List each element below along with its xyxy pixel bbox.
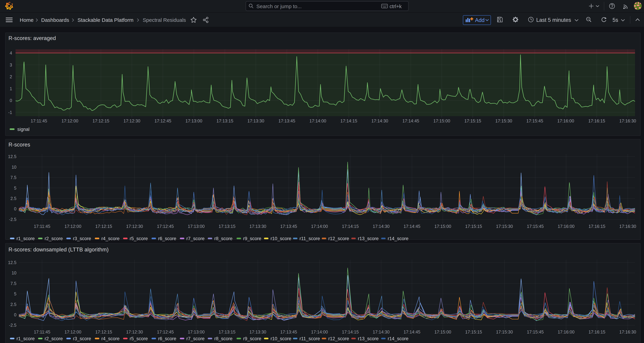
svg-text:r4_score: r4_score	[101, 236, 120, 241]
svg-text:17:13:00: 17:13:00	[188, 224, 205, 229]
svg-text:r8_score: r8_score	[214, 336, 232, 341]
svg-text:17:15:00: 17:15:00	[433, 118, 450, 123]
svg-text:r14_score: r14_score	[388, 336, 408, 341]
svg-text:10: 10	[12, 165, 16, 170]
svg-text:17:15:15: 17:15:15	[465, 224, 482, 229]
svg-text:17:15:15: 17:15:15	[465, 329, 482, 334]
svg-text:17:14:30: 17:14:30	[372, 118, 388, 123]
svg-text:r9_score: r9_score	[243, 236, 261, 241]
svg-text:r12_score: r12_score	[328, 236, 349, 241]
svg-text:5: 5	[14, 291, 16, 296]
svg-text:17:13:45: 17:13:45	[280, 329, 297, 334]
svg-text:17:16:30: 17:16:30	[619, 329, 636, 334]
svg-text:r5_score: r5_score	[130, 236, 148, 241]
svg-text:-1: -1	[8, 110, 12, 115]
svg-text:r3_score: r3_score	[73, 336, 91, 341]
svg-text:17:15:00: 17:15:00	[434, 224, 451, 229]
svg-text:17:12:00: 17:12:00	[62, 118, 78, 123]
svg-text:17:13:30: 17:13:30	[250, 224, 266, 229]
svg-text:17:12:15: 17:12:15	[95, 329, 112, 334]
svg-text:17:11:45: 17:11:45	[30, 118, 47, 123]
svg-text:17:12:00: 17:12:00	[64, 224, 81, 229]
svg-text:17:15:30: 17:15:30	[496, 224, 513, 229]
svg-text:17:14:00: 17:14:00	[311, 224, 328, 229]
svg-text:r2_score: r2_score	[45, 336, 63, 341]
svg-text:17:13:15: 17:13:15	[219, 329, 236, 334]
svg-text:r13_score: r13_score	[358, 336, 379, 341]
svg-text:r6_score: r6_score	[158, 236, 176, 241]
svg-text:17:13:15: 17:13:15	[219, 224, 236, 229]
svg-text:17:13:45: 17:13:45	[278, 118, 295, 123]
svg-text:signal: signal	[17, 127, 30, 132]
svg-text:17:15:00: 17:15:00	[434, 329, 451, 334]
svg-text:2.5: 2.5	[10, 196, 16, 201]
svg-text:10: 10	[12, 270, 16, 275]
svg-text:12.5: 12.5	[8, 154, 16, 159]
svg-text:17:14:30: 17:14:30	[373, 224, 390, 229]
svg-text:17:14:30: 17:14:30	[373, 329, 390, 334]
svg-text:17:16:00: 17:16:00	[558, 224, 574, 229]
svg-text:r7_score: r7_score	[186, 236, 205, 241]
svg-text:r4_score: r4_score	[101, 336, 120, 341]
svg-text:r10_score: r10_score	[270, 336, 291, 341]
svg-text:17:16:30: 17:16:30	[619, 118, 636, 123]
svg-text:7.5: 7.5	[10, 175, 16, 180]
svg-text:4: 4	[10, 51, 12, 55]
svg-text:17:13:30: 17:13:30	[250, 329, 266, 334]
svg-text:17:16:15: 17:16:15	[588, 329, 605, 334]
svg-text:17:13:15: 17:13:15	[216, 118, 233, 123]
svg-text:r14_score: r14_score	[388, 236, 408, 241]
svg-text:17:13:30: 17:13:30	[247, 118, 264, 123]
svg-text:5: 5	[14, 186, 16, 190]
svg-text:17:12:15: 17:12:15	[92, 118, 109, 123]
svg-text:17:12:00: 17:12:00	[64, 329, 81, 334]
svg-text:r11_score: r11_score	[300, 236, 320, 241]
svg-text:17:16:15: 17:16:15	[588, 118, 605, 123]
svg-text:r11_score: r11_score	[300, 336, 320, 341]
svg-text:3: 3	[10, 63, 12, 67]
svg-text:0: 0	[14, 206, 16, 211]
svg-text:17:14:45: 17:14:45	[404, 224, 420, 229]
svg-text:17:11:45: 17:11:45	[34, 329, 50, 334]
svg-text:17:12:45: 17:12:45	[154, 118, 171, 123]
svg-text:17:14:45: 17:14:45	[404, 329, 420, 334]
svg-text:17:12:45: 17:12:45	[157, 329, 174, 334]
svg-text:17:14:15: 17:14:15	[342, 329, 359, 334]
svg-text:17:14:45: 17:14:45	[402, 118, 419, 123]
svg-text:17:14:00: 17:14:00	[310, 118, 326, 123]
svg-text:17:15:45: 17:15:45	[526, 118, 543, 123]
svg-text:r3_score: r3_score	[73, 236, 91, 241]
svg-text:17:11:45: 17:11:45	[34, 224, 50, 229]
svg-text:r6_score: r6_score	[158, 336, 176, 341]
svg-text:17:15:45: 17:15:45	[527, 224, 544, 229]
svg-text:r13_score: r13_score	[358, 236, 379, 241]
svg-text:17:12:30: 17:12:30	[126, 224, 143, 229]
svg-text:r1_score: r1_score	[16, 336, 35, 341]
svg-text:r8_score: r8_score	[214, 236, 232, 241]
svg-text:17:16:00: 17:16:00	[557, 118, 574, 123]
svg-text:12.5: 12.5	[8, 260, 16, 265]
svg-text:17:15:30: 17:15:30	[496, 118, 512, 123]
svg-text:17:13:00: 17:13:00	[186, 118, 202, 123]
svg-text:17:14:00: 17:14:00	[311, 329, 328, 334]
svg-text:17:12:15: 17:12:15	[95, 224, 112, 229]
svg-text:17:16:15: 17:16:15	[588, 224, 605, 229]
svg-text:1: 1	[10, 86, 12, 91]
svg-text:r12_score: r12_score	[328, 336, 349, 341]
svg-text:17:12:45: 17:12:45	[157, 224, 174, 229]
svg-text:-2.5: -2.5	[9, 217, 16, 222]
svg-text:0: 0	[10, 98, 12, 103]
svg-text:2: 2	[10, 74, 12, 79]
svg-text:r1_score: r1_score	[16, 236, 35, 241]
svg-text:r7_score: r7_score	[186, 336, 205, 341]
svg-text:17:16:00: 17:16:00	[558, 329, 574, 334]
svg-text:17:15:45: 17:15:45	[527, 329, 544, 334]
svg-text:r9_score: r9_score	[243, 336, 261, 341]
svg-text:r10_score: r10_score	[270, 236, 291, 241]
svg-text:17:14:15: 17:14:15	[342, 224, 359, 229]
svg-text:r2_score: r2_score	[45, 236, 63, 241]
svg-text:17:13:00: 17:13:00	[188, 329, 205, 334]
svg-text:r5_score: r5_score	[130, 336, 148, 341]
svg-text:0: 0	[14, 312, 16, 317]
svg-text:7.5: 7.5	[10, 281, 16, 286]
